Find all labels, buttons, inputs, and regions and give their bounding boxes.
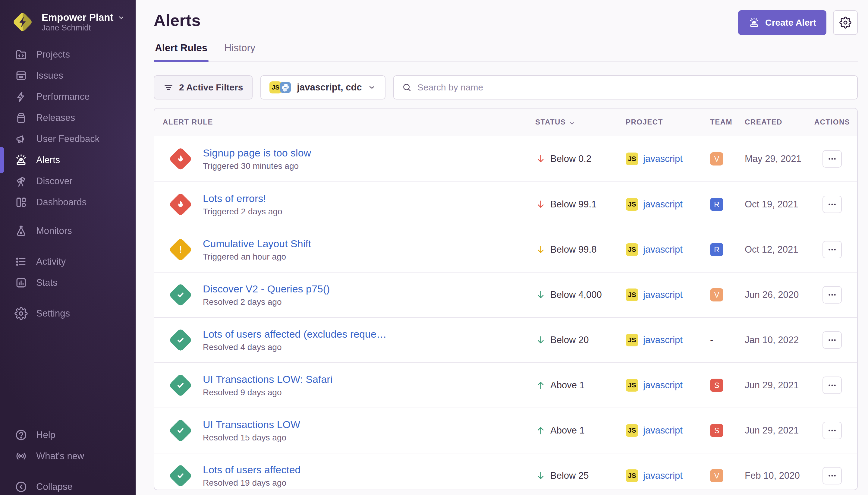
sidebar-item-help[interactable]: Help bbox=[0, 425, 136, 446]
flask-icon bbox=[15, 224, 28, 238]
table-row: Lots of errors! Triggered 2 days ago Bel… bbox=[154, 182, 857, 227]
row-actions-button[interactable] bbox=[822, 377, 842, 394]
sort-descending-icon bbox=[568, 118, 576, 126]
alert-rule-link[interactable]: UI Transactions LOW: Safari bbox=[203, 374, 332, 385]
alert-rule-link[interactable]: Cumulative Layout Shift bbox=[203, 238, 311, 250]
alert-rule-link[interactable]: Lots of users affected (excludes reque… bbox=[203, 328, 387, 340]
search-container bbox=[393, 75, 858, 100]
chevron-down-icon bbox=[367, 83, 377, 92]
status-text: Below 99.8 bbox=[550, 244, 596, 255]
python-platform-icon bbox=[279, 81, 292, 93]
filter-bar: 2 Active Filters JS javascript, cdc bbox=[154, 75, 858, 100]
org-logo-icon bbox=[11, 10, 34, 34]
project-selector-label: javascript, cdc bbox=[297, 82, 362, 93]
sidebar-item-label: Settings bbox=[36, 308, 70, 319]
sidebar-item-releases[interactable]: Releases bbox=[0, 107, 136, 129]
sidebar-item-dashboards[interactable]: Dashboards bbox=[0, 192, 136, 213]
alert-status-diamond-icon bbox=[169, 147, 192, 171]
sidebar-item-user-feedback[interactable]: User Feedback bbox=[0, 129, 136, 150]
row-actions-button[interactable] bbox=[822, 150, 842, 168]
arrow-up-icon bbox=[535, 425, 546, 436]
javascript-platform-icon: JS bbox=[626, 289, 638, 301]
project-link[interactable]: javascript bbox=[643, 425, 683, 436]
column-header-status[interactable]: STATUS bbox=[535, 118, 626, 126]
issues-icon bbox=[15, 69, 28, 82]
sidebar-item-monitors[interactable]: Monitors bbox=[0, 220, 136, 241]
sidebar-item-projects[interactable]: Projects bbox=[0, 44, 136, 65]
collapse-icon bbox=[15, 480, 28, 494]
sidebar-item-label: Stats bbox=[36, 277, 57, 288]
team-avatar: V bbox=[710, 152, 723, 166]
alert-rule-link[interactable]: Signup page is too slow bbox=[203, 147, 311, 159]
ellipsis-icon bbox=[827, 380, 837, 390]
ellipsis-icon bbox=[827, 244, 837, 255]
alert-rule-link[interactable]: Lots of users affected bbox=[203, 464, 300, 476]
project-link[interactable]: javascript bbox=[643, 380, 683, 391]
team-avatar: R bbox=[710, 198, 723, 211]
sidebar-item-what-s-new[interactable]: What's new bbox=[0, 446, 136, 467]
row-actions-button[interactable] bbox=[822, 467, 842, 484]
sidebar: Empower Plant Jane Schmidt ProjectsIssue… bbox=[0, 0, 136, 495]
created-date: Oct 12, 2021 bbox=[745, 244, 816, 255]
row-actions-button[interactable] bbox=[822, 422, 842, 439]
ellipsis-icon bbox=[827, 199, 837, 209]
sidebar-item-settings[interactable]: Settings bbox=[0, 303, 136, 324]
alert-rule-link[interactable]: Discover V2 - Queries p75() bbox=[203, 283, 330, 295]
sidebar-item-label: Projects bbox=[36, 49, 70, 60]
status-text: Below 99.1 bbox=[550, 199, 596, 210]
row-actions-button[interactable] bbox=[822, 241, 842, 258]
project-link[interactable]: javascript bbox=[643, 470, 683, 481]
project-link[interactable]: javascript bbox=[643, 153, 683, 164]
sidebar-item-label: What's new bbox=[36, 451, 84, 462]
sidebar-item-collapse[interactable]: Collapse bbox=[0, 476, 136, 495]
created-date: May 29, 2021 bbox=[745, 153, 816, 164]
row-actions-button[interactable] bbox=[822, 195, 842, 213]
row-actions-button[interactable] bbox=[822, 331, 842, 349]
alert-rule-subtitle: Resolved 19 days ago bbox=[203, 478, 300, 488]
siren-icon bbox=[15, 153, 28, 167]
org-switcher[interactable]: Empower Plant Jane Schmidt bbox=[0, 0, 136, 34]
created-date: Jun 29, 2021 bbox=[745, 425, 816, 436]
arrow-down-icon bbox=[535, 244, 546, 255]
alert-rule-link[interactable]: UI Transactions LOW bbox=[203, 419, 300, 430]
column-header-created[interactable]: CREATED bbox=[745, 118, 816, 126]
sidebar-item-label: Monitors bbox=[36, 225, 72, 236]
project-link[interactable]: javascript bbox=[643, 289, 683, 300]
tab-history[interactable]: History bbox=[223, 42, 257, 62]
javascript-platform-icon: JS bbox=[626, 153, 638, 165]
user-feedback-icon bbox=[15, 132, 28, 146]
alert-rule-link[interactable]: Lots of errors! bbox=[203, 193, 282, 204]
column-header-team[interactable]: TEAM bbox=[710, 118, 745, 126]
ellipsis-icon bbox=[827, 425, 837, 436]
table-row: UI Transactions LOW Resolved 15 days ago… bbox=[154, 408, 857, 453]
sidebar-item-activity[interactable]: Activity bbox=[0, 251, 136, 272]
status-text: Above 1 bbox=[550, 425, 585, 436]
alert-rule-subtitle: Resolved 9 days ago bbox=[203, 388, 332, 397]
gear-icon bbox=[839, 17, 851, 29]
project-link[interactable]: javascript bbox=[643, 244, 683, 255]
alert-rule-subtitle: Triggered 30 minutes ago bbox=[203, 161, 311, 171]
column-header-actions: ACTIONS bbox=[816, 118, 849, 126]
create-alert-button[interactable]: Create Alert bbox=[738, 10, 827, 35]
team-none: - bbox=[710, 335, 713, 345]
ellipsis-icon bbox=[827, 290, 837, 300]
sidebar-item-stats[interactable]: Stats bbox=[0, 272, 136, 293]
sidebar-item-alerts[interactable]: Alerts bbox=[0, 150, 136, 171]
column-header-project[interactable]: PROJECT bbox=[626, 118, 710, 126]
tab-bar: Alert Rules History bbox=[154, 42, 858, 62]
project-selector[interactable]: JS javascript, cdc bbox=[260, 75, 385, 100]
row-actions-button[interactable] bbox=[822, 286, 842, 304]
sidebar-item-performance[interactable]: Performance bbox=[0, 86, 136, 107]
activity-icon bbox=[15, 255, 28, 268]
column-header-alert-rule[interactable]: ALERT RULE bbox=[163, 118, 535, 126]
project-link[interactable]: javascript bbox=[643, 335, 683, 345]
search-input[interactable] bbox=[417, 82, 849, 92]
project-link[interactable]: javascript bbox=[643, 199, 683, 210]
alert-rule-subtitle: Triggered 2 days ago bbox=[203, 207, 282, 217]
active-filters-button[interactable]: 2 Active Filters bbox=[154, 75, 253, 100]
alert-rule-subtitle: Resolved 2 days ago bbox=[203, 297, 330, 307]
alerts-settings-button[interactable] bbox=[833, 10, 858, 35]
sidebar-item-issues[interactable]: Issues bbox=[0, 65, 136, 86]
sidebar-item-discover[interactable]: Discover bbox=[0, 171, 136, 192]
tab-alert-rules[interactable]: Alert Rules bbox=[154, 42, 209, 62]
